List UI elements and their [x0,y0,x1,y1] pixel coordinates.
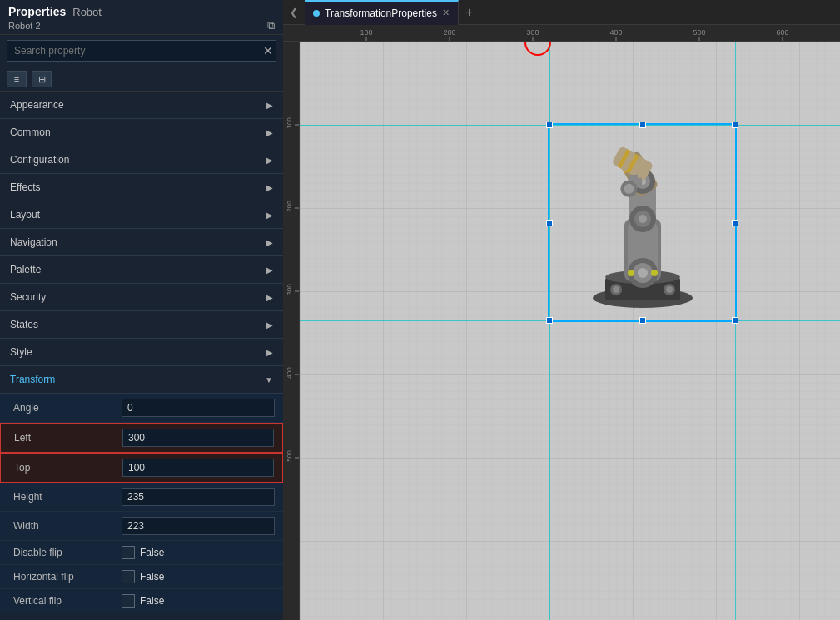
prop-input-width[interactable] [122,517,275,535]
prop-checkbox-row-disable_flip: Disable flipFalse [0,541,283,565]
grid-view-button[interactable]: ⊞ [32,71,52,87]
tab-bar: ❮ TransformationProperties ✕ + [283,0,840,25]
svg-text:200: 200 [443,28,455,37]
category-states[interactable]: States▶ [0,311,283,339]
prop-checkbox-label-disable_flip: Disable flip [13,547,122,558]
category-label-common: Common [10,126,51,138]
checkbox-box-vertical_flip[interactable] [122,594,135,608]
category-arrow-security: ▶ [266,293,273,302]
canvas-area: 100200300400500600 100200300400500 [283,25,840,620]
canvas-background [300,42,840,620]
prop-label-width: Width [13,520,122,532]
list-view-button[interactable]: ≡ [7,71,27,87]
category-layout[interactable]: Layout▶ [0,201,283,229]
svg-point-53 [651,270,658,276]
handle-bottom-left[interactable] [546,317,553,324]
category-arrow-effects: ▶ [266,183,273,192]
prop-input-angle[interactable] [122,399,275,417]
category-arrow-common: ▶ [266,128,273,137]
category-configuration[interactable]: Configuration▶ [0,146,283,174]
category-label-security: Security [10,291,46,303]
category-appearance[interactable]: Appearance▶ [0,92,283,119]
handle-top-left[interactable] [546,122,553,128]
category-arrow-configuration: ▶ [266,156,273,165]
category-label-navigation: Navigation [10,236,57,248]
svg-text:600: 600 [776,28,788,37]
prop-label-top: Top [14,462,122,474]
ruler-left: 100200300400500 [283,42,300,620]
robot-svg [559,136,726,310]
ruler-top: 100200300400500600 [283,25,840,42]
tab-close-button[interactable]: ✕ [442,7,450,18]
panel-header: Properties Robot Robot 2 ⧉ [0,0,283,35]
category-navigation[interactable]: Navigation▶ [0,229,283,256]
tab-transformation[interactable]: TransformationProperties ✕ [305,0,459,25]
checkbox-box-horizontal_flip[interactable] [122,570,135,583]
panel-robot-2-label: Robot 2 [8,21,41,31]
prop-row-angle: Angle [0,394,283,423]
checkbox-text-horizontal_flip: False [140,571,164,583]
category-arrow-states: ▶ [266,320,273,330]
panel-robot-name: Robot [72,6,102,18]
prop-input-left[interactable] [122,429,274,447]
category-label-appearance: Appearance [10,99,64,111]
prop-checkbox-row-horizontal_flip: Horizontal flipFalse [0,565,283,589]
prop-row-top: Top [0,453,283,483]
svg-text:300: 300 [286,284,293,295]
ruler-top-svg: 100200300400500600 [283,25,840,41]
category-label-states: States [10,319,38,330]
copy-icon[interactable]: ⧉ [267,19,275,32]
category-label-effects: Effects [10,181,40,193]
checkbox-text-disable_flip: False [140,547,164,558]
category-label-transform: Transform [10,374,55,385]
transform-section: AngleLeftTopHeightWidthDisable flipFalse… [0,394,283,613]
checkbox-box-disable_flip[interactable] [122,546,135,559]
robot-component[interactable] [549,125,735,320]
prop-input-top[interactable] [122,459,274,477]
handle-middle-left[interactable] [546,220,553,226]
svg-text:100: 100 [360,28,372,37]
handle-top-right[interactable] [732,122,738,128]
svg-point-32 [638,268,648,278]
guide-vertical-right [735,42,736,620]
search-bar: ✕ [0,35,283,67]
category-style[interactable]: Style▶ [0,339,283,366]
svg-text:300: 300 [526,28,539,37]
category-arrow-navigation: ▶ [266,238,273,247]
prop-label-left: Left [14,432,122,444]
category-palette[interactable]: Palette▶ [0,256,283,284]
checkbox-text-vertical_flip: False [140,595,164,607]
svg-text:500: 500 [693,28,705,37]
prop-label-height: Height [13,491,122,503]
svg-point-49 [613,286,619,293]
category-security[interactable]: Security▶ [0,284,283,311]
tab-add-button[interactable]: + [459,5,480,20]
search-input[interactable] [7,40,276,62]
prop-row-height: Height [0,483,283,512]
canvas-wrapper[interactable] [300,42,840,620]
category-effects[interactable]: Effects▶ [0,174,283,201]
category-transform[interactable]: Transform▼ [0,366,283,394]
handle-bottom-right[interactable] [732,317,738,324]
tab-back-button[interactable]: ❮ [283,7,305,18]
category-arrow-palette: ▶ [266,265,273,275]
category-common[interactable]: Common▶ [0,119,283,146]
svg-text:100: 100 [286,117,293,129]
category-label-style: Style [10,346,32,358]
right-area: ❮ TransformationProperties ✕ + 100200300… [283,0,840,620]
svg-point-51 [666,286,673,293]
handle-top-middle[interactable] [639,122,646,128]
category-label-palette: Palette [10,264,41,275]
svg-text:400: 400 [286,367,293,379]
category-label-configuration: Configuration [10,154,69,166]
search-clear-icon[interactable]: ✕ [263,44,273,57]
prop-checkbox-label-vertical_flip: Vertical flip [13,595,122,607]
category-arrow-style: ▶ [266,348,273,357]
handle-middle-right[interactable] [732,220,738,226]
prop-row-left: Left [0,423,283,453]
category-arrow-appearance: ▶ [266,101,273,110]
toolbar-row: ≡ ⊞ [0,67,283,92]
prop-input-height[interactable] [122,488,275,506]
guide-horizontal-bottom [300,320,840,321]
handle-bottom-middle[interactable] [639,317,646,324]
